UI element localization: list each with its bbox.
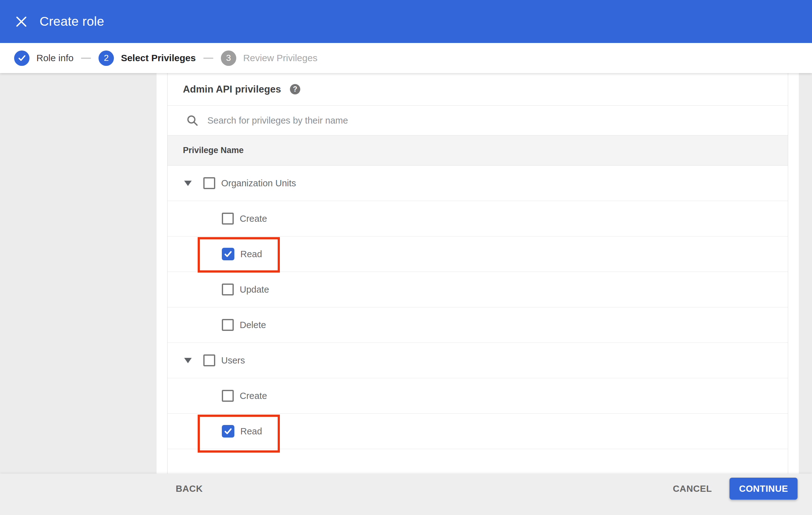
checkbox-users-read-checked[interactable]: [222, 425, 234, 437]
table-row-users-create: Create: [168, 378, 788, 414]
table-row-create: Create: [168, 201, 788, 237]
table-row-delete: Delete: [168, 307, 788, 343]
panel-heading-row: Admin API privileges ?: [168, 73, 788, 106]
privileges-panel: Admin API privileges ? Privilege Name Or…: [167, 73, 788, 474]
footer-bar: BACK CANCEL CONTINUE: [0, 474, 812, 515]
help-icon[interactable]: ?: [290, 84, 300, 94]
search-input[interactable]: [207, 115, 679, 126]
step-role-info[interactable]: Role info: [14, 51, 74, 66]
continue-button[interactable]: CONTINUE: [729, 478, 798, 499]
checkbox-update[interactable]: [222, 283, 234, 296]
checkbox-read-checked[interactable]: [222, 248, 234, 260]
dialog-title: Create role: [39, 14, 104, 29]
appbar: Create role: [0, 0, 812, 43]
cancel-button[interactable]: CANCEL: [673, 478, 712, 499]
table-column-header: Privilege Name: [168, 135, 788, 165]
search-row: [168, 106, 788, 135]
create-role-dialog: Create role Role info 2 Select Privilege…: [0, 0, 812, 515]
step-label: Select Privileges: [121, 53, 196, 63]
checkbox-delete[interactable]: [222, 319, 234, 331]
checkbox-organization-units[interactable]: [203, 177, 215, 189]
step-number: 2: [98, 51, 114, 66]
privilege-label: Delete: [240, 320, 266, 330]
checkmark-icon: [224, 427, 232, 436]
privilege-label: Organization Units: [221, 178, 296, 188]
back-button[interactable]: BACK: [176, 478, 203, 499]
privilege-label: Read: [240, 426, 262, 436]
search-icon: [186, 114, 199, 127]
step-label: Role info: [36, 53, 74, 63]
step-number: 3: [221, 51, 236, 66]
step-label: Review Privileges: [243, 53, 318, 63]
privilege-label: Read: [240, 249, 262, 260]
privilege-label: Create: [240, 214, 267, 224]
privilege-label: Update: [240, 284, 269, 295]
checkmark-icon: [224, 250, 232, 259]
privilege-label: Create: [240, 391, 267, 401]
table-row-update: Update: [168, 272, 788, 307]
table-row-users: Users: [168, 343, 788, 378]
collapse-triangle-icon[interactable]: [184, 181, 192, 186]
table-row-read: Read: [168, 237, 788, 272]
stepper: Role info 2 Select Privileges 3 Review P…: [0, 43, 812, 73]
checkbox-users[interactable]: [203, 355, 215, 366]
panel-heading: Admin API privileges: [183, 84, 281, 95]
step-review-privileges: 3 Review Privileges: [221, 51, 318, 66]
table-row-users-read: Read: [168, 414, 788, 449]
partial-row: [168, 449, 788, 474]
step-divider: [81, 58, 91, 59]
step-select-privileges[interactable]: 2 Select Privileges: [98, 51, 196, 66]
checkbox-create[interactable]: [222, 213, 234, 224]
step-complete-check-icon: [14, 51, 29, 66]
privilege-label: Users: [221, 355, 245, 366]
close-icon[interactable]: [14, 14, 29, 29]
table-row-organization-units: Organization Units: [168, 165, 788, 201]
checkbox-users-create[interactable]: [222, 390, 234, 402]
step-divider: [203, 58, 213, 59]
collapse-triangle-icon[interactable]: [184, 358, 192, 363]
